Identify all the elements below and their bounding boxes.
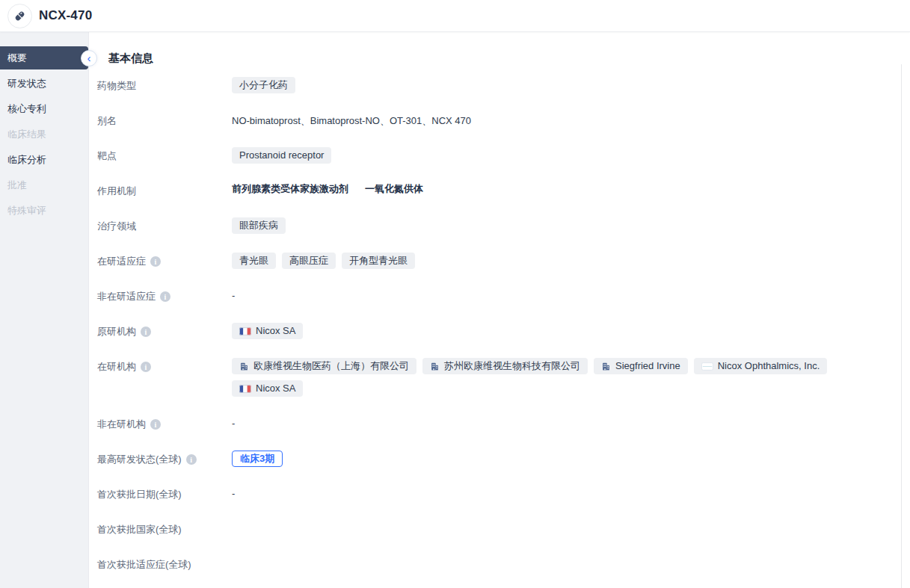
row-label-text: 非在研机构 (97, 418, 146, 431)
row-label: 在研适应症i (97, 253, 232, 268)
pill-icon (7, 4, 32, 28)
flag-fr-icon (239, 385, 251, 393)
info-row-highest-status-global: 最高研发状态(全球)i临床3期 (97, 451, 910, 467)
row-value: 欧康维视生物医药（上海）有限公司苏州欧康维视生物科技有限公司Siegfried … (232, 358, 890, 397)
tag-chip[interactable]: 开角型青光眼 (342, 253, 415, 269)
row-value: Nicox SA (232, 323, 303, 339)
row-label: 首次获批适应症(全球) (97, 556, 232, 572)
content-panel: ‹ 基本信息 药物类型小分子化药别名NO-bimatoprost、Bimatop… (88, 32, 910, 588)
info-icon[interactable]: i (160, 291, 170, 302)
sidebar-item-clinical-analysis[interactable]: 临床分析 (0, 148, 88, 171)
org-name: 苏州欧康维视生物科技有限公司 (444, 360, 580, 372)
row-label: 别名 (97, 112, 232, 128)
info-icon[interactable]: i (150, 256, 161, 267)
row-label: 原研机构i (97, 323, 232, 338)
scrollbar-track[interactable] (901, 64, 910, 588)
row-text-value: - (232, 486, 235, 499)
org-name: Nicox SA (256, 325, 295, 337)
sidebar-item-overview[interactable]: 概要 (0, 46, 88, 69)
row-label: 作用机制 (97, 182, 232, 198)
info-row-target: 靶点Prostanoid receptor (97, 147, 910, 164)
org-chip[interactable]: Nicox SA (232, 323, 303, 339)
info-row-first-approval-country-global: 首次获批国家(全球) (97, 521, 910, 537)
tag-chip[interactable]: 高眼压症 (282, 253, 336, 269)
row-label-text: 别名 (97, 114, 117, 128)
page-header: NCX-470 (0, 0, 910, 32)
flag-faint-icon (701, 362, 713, 371)
info-row-first-approval-date-global: 首次获批日期(全球)- (97, 486, 910, 502)
row-value: - (232, 288, 235, 301)
sidebar-item-special-review: 特殊审评 (0, 199, 88, 222)
info-icon[interactable]: i (141, 327, 151, 337)
row-label-text: 首次获批日期(全球) (97, 488, 182, 501)
row-value: 临床3期 (232, 451, 283, 467)
row-text-value: - (232, 415, 235, 429)
row-label: 非在研适应症i (97, 288, 232, 303)
sidebar-nav: 概要研发状态核心专利临床结果临床分析批准特殊审评 (0, 32, 88, 588)
org-chip[interactable]: Siegfried Irvine (594, 358, 688, 374)
row-value: Prostanoid receptor (232, 147, 331, 164)
main-layout: 概要研发状态核心专利临床结果临床分析批准特殊审评 ‹ 基本信息 药物类型小分子化… (0, 32, 910, 588)
tag-chip[interactable]: 眼部疾病 (232, 217, 286, 234)
building-icon (239, 362, 249, 371)
row-label: 药物类型 (97, 77, 232, 93)
basic-info-rows: 药物类型小分子化药别名NO-bimatoprost、Bimatoprost-NO… (89, 77, 910, 588)
org-name: 欧康维视生物医药（上海）有限公司 (253, 360, 409, 372)
row-label-text: 首次获批国家(全球) (97, 523, 182, 536)
row-label-text: 在研适应症 (97, 255, 146, 268)
section-title: 基本信息 (108, 52, 910, 66)
sidebar-item-approval: 批准 (0, 173, 88, 196)
row-label: 在研机构i (97, 358, 232, 374)
flag-fr-icon (239, 327, 251, 335)
row-value: NO-bimatoprost、Bimatoprost-NO、OT-301、NCX… (232, 112, 471, 128)
info-icon[interactable]: i (150, 419, 161, 430)
info-row-inactive-orgs: 非在研机构i- (97, 415, 910, 432)
row-label-text: 靶点 (97, 149, 117, 163)
org-chip[interactable]: Nicox Ophthalmics, Inc. (694, 358, 828, 374)
row-label: 靶点 (97, 147, 232, 163)
org-name: Nicox Ophthalmics, Inc. (718, 360, 820, 372)
chevron-left-icon: ‹ (87, 52, 91, 64)
row-label-text: 治疗领域 (97, 220, 136, 233)
info-row-therapy-area: 治疗领域眼部疾病 (97, 217, 910, 234)
org-chip[interactable]: Nicox SA (232, 380, 303, 397)
row-value: 小分子化药 (232, 77, 295, 93)
tag-chip[interactable]: 小分子化药 (232, 77, 295, 93)
row-label-text: 原研机构 (97, 325, 136, 338)
tag-chip[interactable]: Prostanoid receptor (232, 147, 331, 164)
row-label-text: 最高研发状态(全球) (97, 453, 182, 466)
info-row-first-approval-indication-global: 首次获批适应症(全球) (97, 556, 910, 572)
org-chip[interactable]: 苏州欧康维视生物科技有限公司 (422, 358, 588, 374)
building-icon (601, 362, 611, 371)
org-name: Siegfried Irvine (615, 360, 680, 372)
info-row-drug-type: 药物类型小分子化药 (97, 77, 910, 93)
row-label-text: 首次获批适应症(全球) (97, 558, 191, 572)
row-label: 治疗领域 (97, 217, 232, 233)
row-value: - (232, 486, 235, 499)
row-value: 前列腺素类受体家族激动剂一氧化氮供体 (232, 182, 434, 196)
info-row-inactive-indications: 非在研适应症i- (97, 288, 910, 304)
mechanism-term: 前列腺素类受体家族激动剂 (232, 182, 348, 196)
row-label: 首次获批国家(全球) (97, 521, 232, 536)
info-icon[interactable]: i (186, 454, 197, 465)
row-label: 非在研机构i (97, 415, 232, 431)
row-label-text: 非在研适应症 (97, 290, 156, 303)
phase-badge: 临床3期 (232, 451, 283, 467)
info-row-alias: 别名NO-bimatoprost、Bimatoprost-NO、OT-301、N… (97, 112, 910, 129)
sidebar-item-clinical-results: 临床结果 (0, 123, 88, 146)
collapse-sidebar-button[interactable]: ‹ (81, 50, 97, 66)
page-title: NCX-470 (39, 8, 92, 23)
tag-chip[interactable]: 青光眼 (232, 253, 276, 269)
org-chip[interactable]: 欧康维视生物医药（上海）有限公司 (232, 358, 416, 374)
info-row-originator-org: 原研机构iNicox SA (97, 323, 910, 339)
building-icon (430, 362, 440, 371)
row-label-text: 作用机制 (97, 185, 136, 198)
row-label-text: 药物类型 (97, 79, 136, 93)
sidebar-item-rd-status[interactable]: 研发状态 (0, 72, 88, 95)
sidebar-item-core-patent[interactable]: 核心专利 (0, 97, 88, 120)
info-icon[interactable]: i (141, 362, 151, 372)
info-row-mechanism: 作用机制前列腺素类受体家族激动剂一氧化氮供体 (97, 182, 910, 199)
row-label-text: 在研机构 (97, 360, 136, 374)
mechanism-term: 一氧化氮供体 (365, 182, 423, 196)
row-label: 最高研发状态(全球)i (97, 451, 232, 466)
